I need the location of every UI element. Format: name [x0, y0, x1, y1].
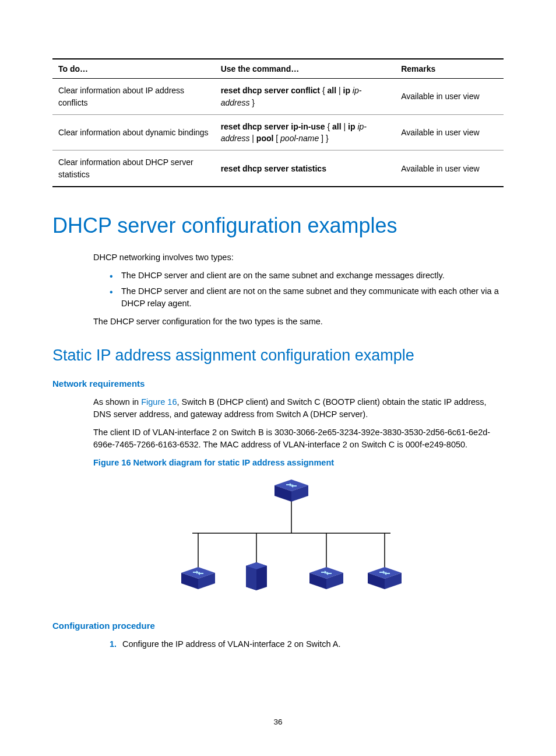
cell-command: reset dhcp server statistics [215, 150, 396, 187]
cell-command: reset dhcp server conflict { all | ip ip… [215, 79, 396, 115]
cell-todo: Clear information about IP address confl… [52, 79, 215, 115]
steps-list: Configure the IP address of VLAN-interfa… [93, 638, 504, 650]
svg-marker-13 [246, 566, 256, 590]
switch-d-icon [368, 567, 402, 589]
intro-list: The DHCP server and client are on the sa… [93, 270, 504, 310]
section-title: Static IP address assignment configurati… [52, 344, 504, 367]
switch-a-icon [275, 480, 308, 502]
page-title: DHCP server configuration examples [52, 211, 504, 241]
cell-todo: Clear information about DHCP server stat… [52, 150, 215, 187]
list-item: The DHCP server and client are not on th… [110, 285, 504, 310]
subsection-confproc: Configuration procedure [52, 620, 504, 632]
cell-remarks: Available in user view [395, 150, 504, 187]
figure-caption: Figure 16 Network diagram for static IP … [93, 457, 504, 469]
server-icon [246, 562, 267, 590]
table-row: Clear information about IP address confl… [52, 79, 504, 115]
cell-todo: Clear information about dynamic bindings [52, 114, 215, 150]
cell-remarks: Available in user view [395, 79, 504, 115]
switch-b-icon [181, 567, 215, 589]
table-row: Clear information about DHCP server stat… [52, 150, 504, 187]
intro-summary: The DHCP server configuration for the tw… [93, 316, 504, 328]
page-number: 36 [0, 716, 556, 728]
table-header-remarks: Remarks [395, 59, 504, 79]
table-row: Clear information about dynamic bindings… [52, 114, 504, 150]
step-item: Configure the IP address of VLAN-interfa… [110, 638, 504, 650]
cell-command: reset dhcp server ip-in-use { all | ip i… [215, 114, 396, 150]
netreq-p1: As shown in Figure 16, Switch B (DHCP cl… [93, 396, 504, 421]
intro-text: DHCP networking involves two types: [93, 251, 504, 264]
figure-link[interactable]: Figure 16 [141, 397, 177, 407]
table-header-cmd: Use the command… [215, 59, 396, 79]
command-table: To do… Use the command… Remarks Clear in… [52, 58, 504, 187]
list-item: The DHCP server and client are on the sa… [110, 270, 504, 282]
netreq-p2: The client ID of VLAN-interface 2 on Swi… [93, 426, 504, 451]
cell-remarks: Available in user view [395, 114, 504, 150]
subsection-netreq: Network requirements [52, 377, 504, 390]
network-diagram [169, 475, 414, 609]
switch-c-icon [309, 567, 343, 589]
table-header-todo: To do… [52, 59, 215, 79]
